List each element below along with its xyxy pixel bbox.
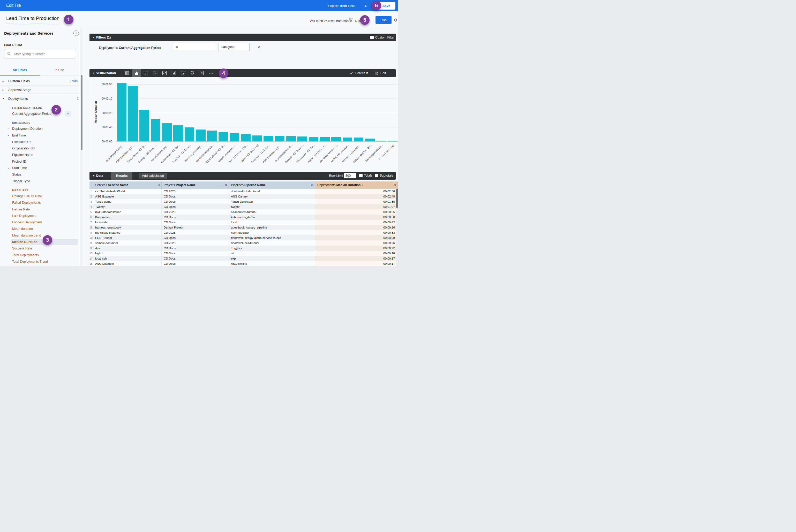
column-header-project-name[interactable]: Projects Project Name⚙ [162, 182, 229, 189]
filter-value-input[interactable] [219, 43, 249, 51]
bar-k8s-demo-service[interactable] [331, 137, 341, 141]
bar-chart-icon[interactable] [132, 69, 141, 77]
field-label[interactable]: Success Rate [12, 245, 32, 252]
field-label[interactable]: Project ID [12, 158, 26, 165]
cell[interactable]: local-ssh [93, 256, 162, 261]
cell[interactable]: helm-pipeline [229, 230, 315, 235]
bar-mygrafanainstanc[interactable] [162, 123, 172, 141]
field-label[interactable]: Mean duration [12, 226, 33, 232]
filters-section-header[interactable]: ▼ Filters (1) Custom Filter [90, 34, 396, 41]
cell[interactable]: ASG Canary [229, 194, 315, 199]
tab-all-fields[interactable]: All Fields [0, 64, 40, 75]
cell[interactable]: dbothwell-cicd-tutorial [229, 189, 315, 194]
cell[interactable]: CD Docs [162, 251, 229, 256]
cell-median-duration[interactable]: 00:02:56 [315, 189, 398, 194]
cell[interactable]: tweety [229, 204, 315, 209]
run-button[interactable]: Run [375, 16, 391, 24]
field-item-project-id[interactable]: Project ID [0, 158, 79, 165]
cell[interactable]: guestbook_canary_pipeline [229, 225, 315, 230]
group-label[interactable]: Deployments [8, 95, 28, 102]
cell[interactable]: cicdTutorialHelloWorld [93, 189, 162, 194]
table-row[interactable]: 7local-sshCD Docslocal00:00:42 [90, 220, 398, 225]
field-label[interactable]: Trigger Type [12, 178, 30, 185]
pie-chart-icon[interactable] [179, 69, 188, 77]
table-row[interactable]: 1cicdTutorialHelloWorldCD 2023dbothwell-… [90, 189, 398, 194]
column-header-median-duration[interactable]: Deployments Median Duration ↓⚙ [315, 182, 398, 189]
field-item-total-deployments[interactable]: Total Deployments [0, 252, 79, 259]
timezone-dropdown[interactable]: Tim [349, 17, 353, 20]
cell[interactable]: CD 2023 [162, 230, 229, 235]
cell-median-duration[interactable]: 00:00:55 [315, 209, 398, 214]
caret-right-icon[interactable]: ▸ [3, 78, 4, 84]
add-custom-field-link[interactable]: + Add [69, 78, 78, 84]
row-limit-input[interactable] [344, 173, 356, 178]
column-header-service-name[interactable]: Services Service Name⚙ [93, 182, 162, 189]
bar-tweety-cd-docs[interactable] [151, 119, 160, 141]
cell[interactable]: CD Docs [162, 199, 229, 204]
cell[interactable]: Tanzu Quickstart [229, 199, 315, 204]
cell[interactable]: dbothwell-ecs-tutorial [229, 241, 315, 246]
field-item-total-deployments-trend[interactable]: Total Deployments Trend [0, 259, 79, 265]
table-row[interactable]: 12devCD DocsTriggers00:00:22 [90, 246, 398, 251]
cell[interactable]: CD 2023 [162, 241, 229, 246]
field-item-change-failure-rate[interactable]: Change Failure Rate [0, 193, 79, 200]
bar-helmtest-cd-docs[interactable] [354, 137, 363, 141]
filter-by-field-icon[interactable] [64, 111, 71, 117]
field-label[interactable]: End Time [12, 132, 26, 139]
field-item-status[interactable]: Status [0, 171, 79, 178]
cell[interactable]: Tweety [93, 204, 162, 209]
cell[interactable]: exp [229, 256, 315, 261]
field-item-longest-deployment[interactable]: Longest Deployment [0, 219, 79, 226]
table-row[interactable]: 6KubernetesCD Docskubernetes_demo00:00:5… [90, 214, 398, 220]
table-row[interactable]: 2ASG ExampleCD DocsASG Canary00:02:48 [90, 194, 398, 199]
field-label[interactable]: Total Deployments Trend [12, 259, 48, 265]
field-item-current-aggregation-period[interactable]: Current Aggregation Period [0, 111, 79, 117]
table-row[interactable]: 8harness_guestbookDefault Projectguestbo… [90, 225, 398, 230]
bar-harnessguestbook[interactable] [376, 140, 386, 141]
cell-median-duration[interactable]: 00:02:48 [315, 194, 398, 199]
cell[interactable]: CD 2023 [162, 209, 229, 214]
line-chart-icon[interactable] [160, 69, 169, 77]
forecast-button[interactable]: Forecast [350, 71, 368, 75]
cell-median-duration[interactable]: 00:01:35 [315, 199, 398, 204]
cell[interactable]: harness_guestbook [93, 225, 162, 230]
tab-in-use[interactable]: In Use [40, 64, 79, 75]
custom-filter-checkbox[interactable] [370, 36, 374, 39]
field-label[interactable]: Pipeline Name [12, 152, 33, 158]
bar-my-wildfly-instance[interactable] [207, 131, 217, 141]
column-header-pipeline-name[interactable]: Pipelines Pipeline Name⚙ [229, 182, 315, 189]
bar-asg-example-cd[interactable] [275, 136, 284, 141]
table-row[interactable]: 13NginxCD Docscd00:00:18 [90, 251, 398, 256]
totals-checkbox[interactable] [359, 174, 363, 177]
collapse-sidebar-icon[interactable]: ‹ [73, 31, 79, 36]
cell[interactable]: CD 2023 [162, 189, 229, 194]
bar-k8s-service-cd-do[interactable] [309, 137, 318, 141]
cell[interactable]: sample-container [93, 241, 162, 246]
cell[interactable]: CD Docs [162, 214, 229, 220]
cell-median-duration[interactable]: 00:00:17 [315, 261, 398, 266]
cell-median-duration[interactable]: 00:01:07 [315, 204, 398, 209]
bar-tanzu-demo-cd-d[interactable] [140, 110, 149, 141]
cell[interactable]: ECS Tutorial [93, 235, 162, 241]
group-label[interactable]: Custom Fields [8, 78, 30, 84]
field-label[interactable]: Failure Rate [12, 206, 30, 213]
cell[interactable]: CD Docs [162, 220, 229, 225]
table-chart-icon[interactable] [123, 69, 132, 77]
cancel-link[interactable]: C [365, 4, 367, 8]
cell-median-duration[interactable]: 00:00:22 [315, 246, 398, 251]
bar-dev-cd-docs-trig[interactable] [241, 134, 251, 141]
caret-down-icon[interactable]: ▾ [3, 95, 4, 102]
field-label[interactable]: Failed Deployments [12, 200, 41, 206]
explore-from-here-link[interactable]: Explore from Here [328, 4, 355, 8]
cell[interactable]: CD Docs [162, 235, 229, 241]
cell[interactable]: Kubernetes [93, 214, 162, 220]
cell[interactable]: dev [93, 246, 162, 251]
cell-median-duration[interactable]: 00:00:36 [315, 225, 398, 230]
results-tab[interactable]: Results [111, 172, 132, 180]
tile-title-input[interactable]: Lead Time to Production [6, 16, 59, 23]
gear-icon[interactable]: ⚙ [311, 182, 314, 189]
gear-icon[interactable]: ⚙ [393, 182, 396, 189]
field-item-failed-deployments[interactable]: Failed Deployments [0, 200, 79, 206]
add-calculation-button[interactable]: Add calculation [138, 173, 167, 179]
cell[interactable]: ASG Example [93, 194, 162, 199]
